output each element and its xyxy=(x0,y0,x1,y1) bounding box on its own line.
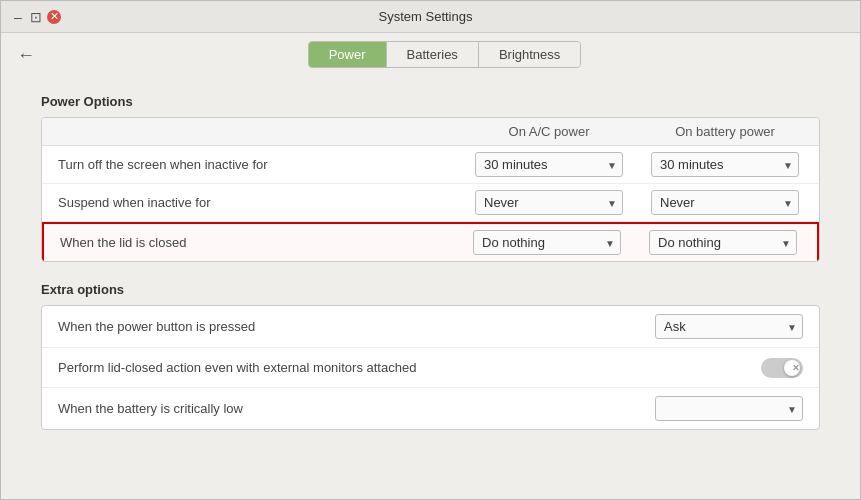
dropdown-wrap-lid-battery: Do nothing Suspend Hibernate Shutdown ▼ xyxy=(649,230,797,255)
extra-row-power-button: When the power button is pressed Ask Do … xyxy=(42,306,819,348)
row-ac-suspend: Never 5 minutes 10 minutes 20 minutes ▼ xyxy=(459,190,639,215)
col-battery: On battery power xyxy=(639,124,819,139)
row-label-suspend: Suspend when inactive for xyxy=(42,195,459,210)
extra-options-table: When the power button is pressed Ask Do … xyxy=(41,305,820,430)
row-battery-screen: 30 minutes Never 5 minutes 10 minutes ▼ xyxy=(639,152,819,177)
dropdown-wrap-screen-battery: 30 minutes Never 5 minutes 10 minutes ▼ xyxy=(651,152,799,177)
row-battery-lid: Do nothing Suspend Hibernate Shutdown ▼ xyxy=(637,230,817,255)
col-ac: On A/C power xyxy=(459,124,639,139)
window-title: System Settings xyxy=(61,9,790,24)
extra-label-lid-external: Perform lid-closed action even with exte… xyxy=(58,360,761,375)
extra-control-lid-external: ✕ xyxy=(761,358,803,378)
tab-group: Power Batteries Brightness xyxy=(308,41,582,68)
extra-control-critical-battery: Suspend Hibernate Shutdown Do nothing ▼ xyxy=(655,396,803,421)
power-options-title: Power Options xyxy=(41,94,820,109)
titlebar: – ⊡ ✕ System Settings xyxy=(1,1,860,33)
back-button[interactable]: ← xyxy=(17,46,35,64)
lid-ac-dropdown[interactable]: Do nothing Suspend Hibernate Shutdown xyxy=(473,230,621,255)
toolbar: ← Power Batteries Brightness xyxy=(1,33,860,76)
table-header: On A/C power On battery power xyxy=(42,118,819,146)
dropdown-wrap-suspend-ac: Never 5 minutes 10 minutes 20 minutes ▼ xyxy=(475,190,623,215)
screen-off-battery-dropdown[interactable]: 30 minutes Never 5 minutes 10 minutes xyxy=(651,152,799,177)
tab-batteries[interactable]: Batteries xyxy=(387,42,479,67)
power-options-table: On A/C power On battery power Turn off t… xyxy=(41,117,820,262)
col-label xyxy=(42,124,459,139)
row-ac-screen: 30 minutes Never 5 minutes 10 minutes ▼ xyxy=(459,152,639,177)
extra-label-critical-battery: When the battery is critically low xyxy=(58,401,655,416)
main-window: – ⊡ ✕ System Settings ← Power Batteries … xyxy=(0,0,861,500)
content-area: Power Options On A/C power On battery po… xyxy=(1,76,860,499)
dropdown-wrap-critical-battery: Suspend Hibernate Shutdown Do nothing ▼ xyxy=(655,396,803,421)
suspend-ac-dropdown[interactable]: Never 5 minutes 10 minutes 20 minutes xyxy=(475,190,623,215)
critical-battery-dropdown[interactable]: Suspend Hibernate Shutdown Do nothing xyxy=(655,396,803,421)
dropdown-wrap-power-button: Ask Do nothing Suspend Hibernate Shutdow… xyxy=(655,314,803,339)
extra-label-power-button: When the power button is pressed xyxy=(58,319,655,334)
lid-external-toggle[interactable]: ✕ xyxy=(761,358,803,378)
row-label-lid: When the lid is closed xyxy=(44,235,457,250)
maximize-button[interactable]: ⊡ xyxy=(29,10,43,24)
lid-battery-dropdown[interactable]: Do nothing Suspend Hibernate Shutdown xyxy=(649,230,797,255)
row-label-screen: Turn off the screen when inactive for xyxy=(42,157,459,172)
tab-power[interactable]: Power xyxy=(309,42,387,67)
toggle-x-icon: ✕ xyxy=(792,363,800,373)
extra-control-power-button: Ask Do nothing Suspend Hibernate Shutdow… xyxy=(655,314,803,339)
extra-options-title: Extra options xyxy=(41,282,820,297)
row-battery-suspend: Never 5 minutes 10 minutes 20 minutes ▼ xyxy=(639,190,819,215)
suspend-battery-dropdown[interactable]: Never 5 minutes 10 minutes 20 minutes xyxy=(651,190,799,215)
power-button-dropdown[interactable]: Ask Do nothing Suspend Hibernate Shutdow… xyxy=(655,314,803,339)
tab-brightness[interactable]: Brightness xyxy=(479,42,580,67)
table-row: Suspend when inactive for Never 5 minute… xyxy=(42,184,819,222)
table-row-lid-closed: When the lid is closed Do nothing Suspen… xyxy=(42,222,819,261)
minimize-button[interactable]: – xyxy=(11,10,25,24)
dropdown-wrap-suspend-battery: Never 5 minutes 10 minutes 20 minutes ▼ xyxy=(651,190,799,215)
row-ac-lid: Do nothing Suspend Hibernate Shutdown ▼ xyxy=(457,230,637,255)
screen-off-ac-dropdown[interactable]: 30 minutes Never 5 minutes 10 minutes xyxy=(475,152,623,177)
extra-row-lid-external: Perform lid-closed action even with exte… xyxy=(42,348,819,388)
extra-row-critical-battery: When the battery is critically low Suspe… xyxy=(42,388,819,429)
dropdown-wrap-lid-ac: Do nothing Suspend Hibernate Shutdown ▼ xyxy=(473,230,621,255)
table-row: Turn off the screen when inactive for 30… xyxy=(42,146,819,184)
dropdown-wrap-screen-ac: 30 minutes Never 5 minutes 10 minutes ▼ xyxy=(475,152,623,177)
close-button[interactable]: ✕ xyxy=(47,10,61,24)
